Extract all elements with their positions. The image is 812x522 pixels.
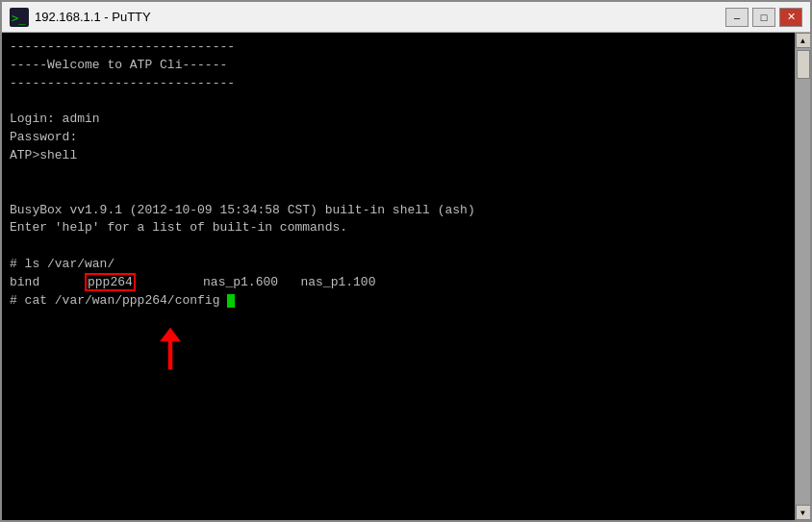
maximize-button[interactable]: □ <box>752 8 775 27</box>
red-arrow-icon <box>151 326 190 374</box>
terminal-busybox: BusyBox vv1.9.1 (2012-10-09 15:34:58 CST… <box>10 202 787 220</box>
terminal-ls-output: bind ppp264 nas_p1.600 nas_p1.100 <box>10 274 787 292</box>
arrow-annotation <box>151 326 190 381</box>
terminal[interactable]: ------------------------------ -----Welc… <box>2 33 795 520</box>
terminal-cursor <box>227 294 235 308</box>
scrollbar-up-button[interactable]: ▲ <box>796 33 811 48</box>
terminal-wrapper: ------------------------------ -----Welc… <box>2 33 810 520</box>
terminal-blank-1 <box>10 93 787 112</box>
terminal-login: Login: admin <box>10 111 787 129</box>
terminal-ls-cmd: # ls /var/wan/ <box>10 256 787 274</box>
terminal-shell-cmd: ATP>shell <box>10 147 787 165</box>
svg-text:>_: >_ <box>12 12 26 25</box>
putty-icon: >_ <box>10 8 29 27</box>
putty-window: >_ 192.168.1.1 - PuTTY – □ ✕ -----------… <box>0 0 812 522</box>
terminal-line-1: ------------------------------ <box>10 38 787 57</box>
close-button[interactable]: ✕ <box>779 8 802 27</box>
titlebar: >_ 192.168.1.1 - PuTTY – □ ✕ <box>2 2 810 33</box>
terminal-password: Password: <box>10 129 787 147</box>
terminal-line-3: ------------------------------ <box>10 75 787 93</box>
terminal-line-2: -----Welcome to ATP Cli------ <box>10 57 787 75</box>
terminal-blank-3 <box>10 184 787 202</box>
terminal-cat-cmd: # cat /var/wan/ppp264/config <box>10 292 787 311</box>
scrollbar-down-button[interactable]: ▼ <box>796 505 811 520</box>
minimize-button[interactable]: – <box>725 8 749 27</box>
scrollbar-thumb[interactable] <box>797 50 810 79</box>
terminal-blank-4 <box>10 237 787 256</box>
window-title: 192.168.1.1 - PuTTY <box>35 10 151 24</box>
titlebar-controls: – □ ✕ <box>725 8 802 27</box>
terminal-blank-2 <box>10 165 787 184</box>
scrollbar-track[interactable] <box>796 48 810 505</box>
svg-marker-4 <box>160 328 181 342</box>
titlebar-left: >_ 192.168.1.1 - PuTTY <box>10 8 151 27</box>
scrollbar[interactable]: ▲ ▼ <box>795 33 810 520</box>
highlighted-ppp264: ppp264 <box>85 273 136 291</box>
terminal-help: Enter 'help' for a list of built-in comm… <box>10 219 787 237</box>
